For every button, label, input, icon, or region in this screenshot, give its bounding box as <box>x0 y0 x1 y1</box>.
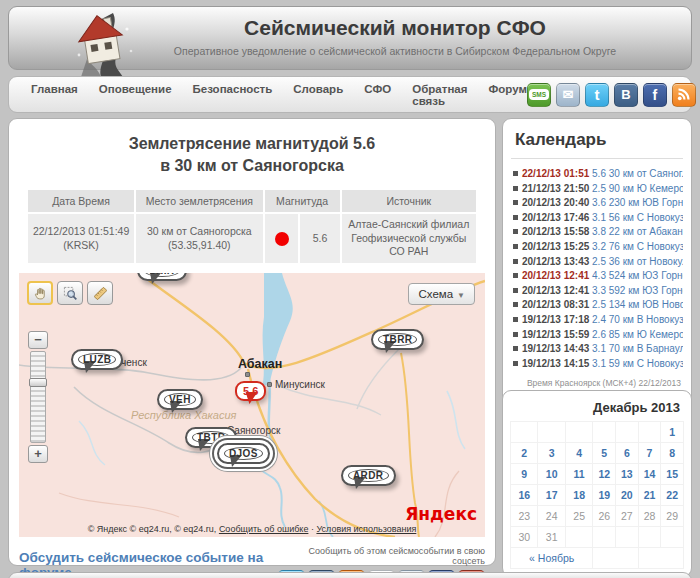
calendar-day[interactable]: 14 <box>638 464 661 485</box>
event-link[interactable]: 4.3 524 км ЮЗ Горно... <box>592 270 683 281</box>
station-marker-luzb[interactable]: LUZB <box>71 349 123 370</box>
nav-item-safety[interactable]: Безопасность <box>193 83 273 107</box>
event-link[interactable]: 2.6 85 км Ю Кемеров... <box>592 329 683 340</box>
event-link[interactable]: 3.1 70 км В Барнаул... <box>592 343 683 354</box>
nav-item-home[interactable]: Главная <box>31 83 78 107</box>
event-link[interactable]: 2.5 90 км Ю Кемеров... <box>592 183 683 194</box>
nav-item-notification[interactable]: Оповещение <box>99 83 172 107</box>
event-item[interactable]: 21/12/13 21:50 2.5 90 км Ю Кемеров... <box>511 182 683 197</box>
vk-icon[interactable]: B <box>614 83 638 107</box>
event-date: 20/12/13 20:40 <box>522 197 589 208</box>
calendar-day[interactable]: 18 <box>565 485 593 506</box>
twitter-icon[interactable]: t <box>585 83 609 107</box>
table-header-row: Дата Время Место землетрясения Магнитуда… <box>28 190 476 212</box>
event-item[interactable]: 20/12/13 15:58 3.8 22 км от Абакан... <box>511 225 683 240</box>
bullet-icon <box>513 215 518 220</box>
sms-icon[interactable]: SMS <box>527 83 551 107</box>
calendar-day[interactable]: 3 <box>538 443 565 464</box>
event-link[interactable]: 5.6 30 км от Саяног... <box>592 168 683 179</box>
calendar-day[interactable]: 21 <box>638 485 661 506</box>
email-icon[interactable]: ✉ <box>556 83 580 107</box>
nav-item-sfo[interactable]: СФО <box>364 83 391 107</box>
station-marker-djos[interactable]: DJOS <box>217 443 270 464</box>
station-marker-tbrr[interactable]: TBRR <box>371 329 424 350</box>
event-date: 19/12/13 15:59 <box>522 329 589 340</box>
event-link[interactable]: 2.5 134 км ЮВ Новок... <box>592 299 683 310</box>
event-link[interactable]: 3.1 56 км С Новокуз... <box>592 212 683 223</box>
calendar-day[interactable]: 6 <box>616 443 639 464</box>
calendar-day[interactable]: 12 <box>593 464 616 485</box>
nav-item-feedback[interactable]: Обратная связь <box>412 83 467 107</box>
calendar-day[interactable]: 10 <box>538 464 565 485</box>
zoom-slider-track[interactable] <box>30 351 46 443</box>
event-item[interactable]: 20/12/13 15:25 3.2 76 км С Новокуз... <box>511 240 683 255</box>
zoom-in-button[interactable]: + <box>28 445 48 463</box>
station-marker-veh[interactable]: VEH <box>157 389 203 410</box>
terms-of-use-link[interactable]: Условия использования <box>316 524 416 534</box>
calendar-day[interactable]: 22 <box>661 485 684 506</box>
event-item[interactable]: 20/12/13 12:41 3.3 592 км ЮЗ Горно... <box>511 284 683 299</box>
calendar-day[interactable]: 2 <box>511 443 538 464</box>
station-marker-ardr[interactable]: ARDR <box>341 465 396 486</box>
map-toolbar <box>27 281 113 305</box>
ruler-tool-button[interactable] <box>87 281 113 305</box>
earthquake-table: Дата Время Место землетрясения Магнитуда… <box>26 188 478 265</box>
event-date: 19/12/13 14:15 <box>522 358 589 369</box>
facebook-icon[interactable]: f <box>643 83 667 107</box>
calendar-cell-empty <box>593 422 616 443</box>
calendar-day[interactable]: 17 <box>538 485 565 506</box>
event-link[interactable]: 3.1 59 км С Новокуз... <box>592 358 683 369</box>
event-item[interactable]: 20/12/13 20:40 3.6 230 км ЮВ Горно... <box>511 196 683 211</box>
calendar-day[interactable]: 8 <box>661 443 684 464</box>
cell-magnitude-value: 5.6 <box>300 214 339 263</box>
calendar-day[interactable]: 11 <box>565 464 593 485</box>
previous-month-link[interactable]: « Ноябрь <box>511 548 593 569</box>
event-item[interactable]: 20/12/13 12:41 4.3 524 км ЮЗ Горно... <box>511 269 683 284</box>
event-date: 19/12/13 17:18 <box>522 314 589 325</box>
calendar-day[interactable]: 9 <box>511 464 538 485</box>
pan-hand-tool-button[interactable] <box>27 281 53 305</box>
event-item[interactable]: 19/12/13 15:59 2.6 85 км Ю Кемеров... <box>511 328 683 343</box>
calendar-day[interactable]: 19 <box>593 485 616 506</box>
map-type-dropdown[interactable]: Схема▼ <box>408 283 475 305</box>
event-link[interactable]: 3.3 592 км ЮЗ Горно... <box>592 285 683 296</box>
report-error-link[interactable]: Сообщить об ошибке <box>219 524 309 534</box>
yandex-map[interactable]: Схема▼ − + SHIR LUZB TBRR VEH TBTR DJOS … <box>19 273 485 537</box>
event-link[interactable]: 3.2 76 км С Новокуз... <box>592 241 683 252</box>
bullet-icon <box>513 317 518 322</box>
event-link[interactable]: 2.5 36 км от Новоку... <box>592 256 683 267</box>
magnifier-icon <box>63 286 78 301</box>
calendar-day[interactable]: 1 <box>661 422 684 443</box>
event-link[interactable]: 3.8 22 км от Абакан... <box>592 226 683 237</box>
event-link[interactable]: 2.4 70 км В Новокуз... <box>592 314 683 325</box>
event-item[interactable]: 19/12/13 14:15 3.1 59 км С Новокуз... <box>511 357 683 372</box>
month-calendar-grid: 1 2 3 4 5 6 7 8 9 10 11 12 13 14 15 16 1… <box>510 421 684 569</box>
nav-item-glossary[interactable]: Словарь <box>293 83 343 107</box>
event-link[interactable]: 3.6 230 км ЮВ Горно... <box>592 197 683 208</box>
calendar-day[interactable]: 5 <box>593 443 616 464</box>
event-item[interactable]: 19/12/13 17:18 2.4 70 км В Новокуз... <box>511 313 683 328</box>
event-date: 20/12/13 17:46 <box>522 212 589 223</box>
station-marker-shir[interactable]: SHIR <box>137 273 187 281</box>
col-header-magnitude: Магнитуда <box>265 190 340 212</box>
event-item[interactable]: 19/12/13 14:43 3.1 70 км В Барнаул... <box>511 342 683 357</box>
calendar-day[interactable]: 15 <box>661 464 684 485</box>
zoom-out-button[interactable]: − <box>28 331 48 349</box>
zoom-slider-handle[interactable] <box>29 378 47 387</box>
calendar-day[interactable]: 7 <box>638 443 661 464</box>
col-header-place: Место землетрясения <box>136 190 262 212</box>
event-item[interactable]: 22/12/13 01:51 5.6 30 км от Саяног... <box>511 167 683 182</box>
zoom-select-tool-button[interactable] <box>57 281 83 305</box>
event-item[interactable]: 20/12/13 17:46 3.1 56 км С Новокуз... <box>511 211 683 226</box>
nav-item-forum[interactable]: Форум <box>488 83 526 107</box>
calendar-day[interactable]: 16 <box>511 485 538 506</box>
calendar-day[interactable]: 20 <box>616 485 639 506</box>
calendar-day[interactable]: 13 <box>616 464 639 485</box>
event-item[interactable]: 20/12/13 08:31 2.5 134 км ЮВ Новок... <box>511 298 683 313</box>
event-item[interactable]: 20/12/13 13:43 2.5 36 км от Новоку... <box>511 255 683 270</box>
epicenter-marker[interactable]: 5.6 <box>235 381 266 401</box>
calendar-cell-empty <box>565 422 593 443</box>
calendar-day[interactable]: 4 <box>565 443 593 464</box>
bullet-icon <box>513 288 518 293</box>
rss-icon[interactable] <box>672 83 696 107</box>
